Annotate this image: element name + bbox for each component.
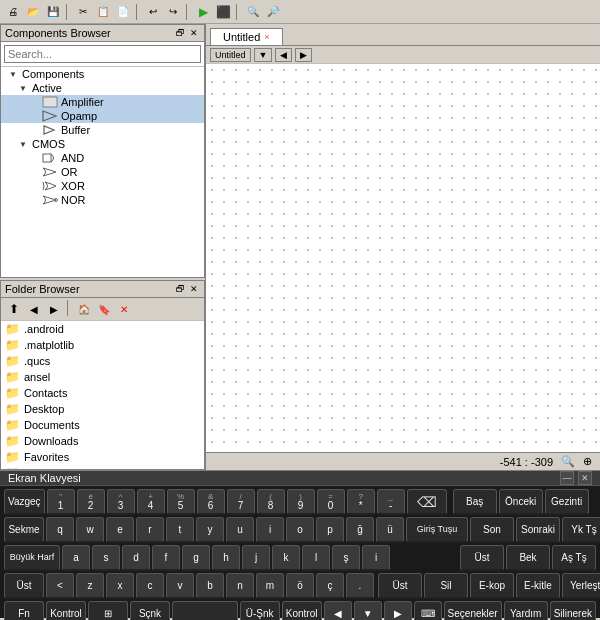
key-u-umlaut[interactable]: ü [376, 517, 404, 543]
key-sekme[interactable]: Sekme [4, 517, 44, 543]
key-yardim[interactable]: Yardım [504, 601, 548, 620]
folder-forward-button[interactable]: ▶ [45, 300, 63, 318]
key-left[interactable]: ◀ [324, 601, 352, 620]
key-dot[interactable]: . [346, 573, 374, 599]
folder-home-button[interactable]: 🏠 [75, 300, 93, 318]
undo-button[interactable]: ↩ [144, 3, 162, 21]
key-v[interactable]: v [166, 573, 194, 599]
keyboard-minimize-button[interactable]: — [560, 471, 574, 485]
key-down[interactable]: ▼ [354, 601, 382, 620]
key-altgr[interactable]: Ü-Şnk [240, 601, 280, 620]
key-yerlestir[interactable]: Yerleştir [562, 573, 600, 599]
panel-close-button[interactable]: ✕ [188, 27, 200, 39]
run-button[interactable]: ▶ [194, 3, 212, 21]
cut-button[interactable]: ✂ [74, 3, 92, 21]
key-win[interactable]: ⊞ [88, 601, 128, 620]
key-0[interactable]: =0 [317, 489, 345, 515]
key-son[interactable]: Son [470, 517, 514, 543]
key-bek[interactable]: Bek [506, 545, 550, 571]
key-y[interactable]: y [196, 517, 224, 543]
stop-button[interactable]: ⬛ [214, 3, 232, 21]
key-1[interactable]: "1 [47, 489, 75, 515]
key-d[interactable]: d [122, 545, 150, 571]
key-m[interactable]: m [256, 573, 284, 599]
key-9[interactable]: )9 [287, 489, 315, 515]
key-6[interactable]: &6 [197, 489, 225, 515]
key-n[interactable]: n [226, 573, 254, 599]
canvas-nav-dropdown[interactable]: ▼ [254, 48, 273, 62]
tree-item-buffer[interactable]: Buffer [1, 123, 204, 137]
key-r[interactable]: r [136, 517, 164, 543]
key-u[interactable]: u [226, 517, 254, 543]
key-o[interactable]: o [286, 517, 314, 543]
zoom-out-button[interactable]: 🔎 [264, 3, 282, 21]
key-s[interactable]: s [92, 545, 120, 571]
folder-item[interactable]: 📁 Contacts [1, 385, 204, 401]
key-3[interactable]: ^3 [107, 489, 135, 515]
key-as-ts[interactable]: Aş Tş [552, 545, 596, 571]
key-l[interactable]: l [302, 545, 330, 571]
key-a[interactable]: a [62, 545, 90, 571]
folder-item[interactable]: 📁 .matplotlib [1, 337, 204, 353]
key-o-umlaut[interactable]: ö [286, 573, 314, 599]
key-s-cedilla[interactable]: ş [332, 545, 360, 571]
key-alt[interactable]: Sçnk [130, 601, 170, 620]
key-sil[interactable]: Sil [424, 573, 468, 599]
folder-item[interactable]: 📁 Favorites [1, 449, 204, 465]
key-q[interactable]: q [46, 517, 74, 543]
tree-item-and[interactable]: AND [1, 151, 204, 165]
key-t[interactable]: t [166, 517, 194, 543]
folder-close-button[interactable]: ✕ [188, 283, 200, 295]
folder-up-button[interactable]: ⬆ [5, 300, 23, 318]
key-c[interactable]: c [136, 573, 164, 599]
tree-item-or[interactable]: OR [1, 165, 204, 179]
key-ctrl-left[interactable]: Kontrol [46, 601, 86, 620]
key-caps[interactable]: Büyük Harf [4, 545, 60, 571]
key-c-cedilla[interactable]: ç [316, 573, 344, 599]
key-j[interactable]: j [242, 545, 270, 571]
zoom-in-button[interactable]: 🔍 [244, 3, 262, 21]
canvas-grid[interactable] [206, 64, 600, 452]
key-b[interactable]: b [196, 573, 224, 599]
folder-item[interactable]: 📁 Documents [1, 417, 204, 433]
key-backspace[interactable]: ⌫ [407, 489, 447, 515]
canvas-tab-untitled[interactable]: Untitled × [210, 28, 283, 45]
save-button[interactable]: 💾 [44, 3, 62, 21]
tree-group-cmos[interactable]: ▼ CMOS [1, 137, 204, 151]
folder-item[interactable]: 📁 Downloads [1, 433, 204, 449]
key-e[interactable]: e [106, 517, 134, 543]
key-ust-right[interactable]: Üst [460, 545, 504, 571]
key-f[interactable]: f [152, 545, 180, 571]
key-z[interactable]: z [76, 573, 104, 599]
tree-item-opamp[interactable]: Opamp [1, 109, 204, 123]
canvas-nav-back[interactable]: ◀ [275, 48, 292, 62]
new-button[interactable]: 🖨 [4, 3, 22, 21]
key-ust-arr[interactable]: Üst [378, 573, 422, 599]
tree-item-amplifier[interactable]: Amplifier [1, 95, 204, 109]
key-onceki[interactable]: Önceki [499, 489, 543, 515]
folder-item[interactable]: 📁 Google Drive [1, 465, 204, 469]
key-p[interactable]: p [316, 517, 344, 543]
folder-item[interactable]: 📁 ansel [1, 369, 204, 385]
paste-button[interactable]: 📄 [114, 3, 132, 21]
key-lt[interactable]: < [46, 573, 74, 599]
panel-float-button[interactable]: 🗗 [174, 27, 186, 39]
key-e-kop[interactable]: E-kop [470, 573, 514, 599]
key-x[interactable]: x [106, 573, 134, 599]
key-keyboard[interactable]: ⌨ [414, 601, 442, 620]
key-secenekler[interactable]: Seçenekler [444, 601, 502, 620]
folder-float-button[interactable]: 🗗 [174, 283, 186, 295]
key-enter[interactable]: Giriş Tuşu [406, 517, 468, 543]
key-shift-left[interactable]: Üst [4, 573, 44, 599]
search-input[interactable] [4, 45, 201, 63]
key-yk-ts[interactable]: Yk Tş [562, 517, 600, 543]
key-g[interactable]: g [182, 545, 210, 571]
folder-delete-button[interactable]: ✕ [115, 300, 133, 318]
key-k[interactable]: k [272, 545, 300, 571]
canvas-nav-label[interactable]: Untitled [210, 48, 251, 62]
folder-item[interactable]: 📁 Desktop [1, 401, 204, 417]
key-2[interactable]: é2 [77, 489, 105, 515]
tree-item-xor[interactable]: XOR [1, 179, 204, 193]
canvas-nav-forward[interactable]: ▶ [295, 48, 312, 62]
copy-button[interactable]: 📋 [94, 3, 112, 21]
